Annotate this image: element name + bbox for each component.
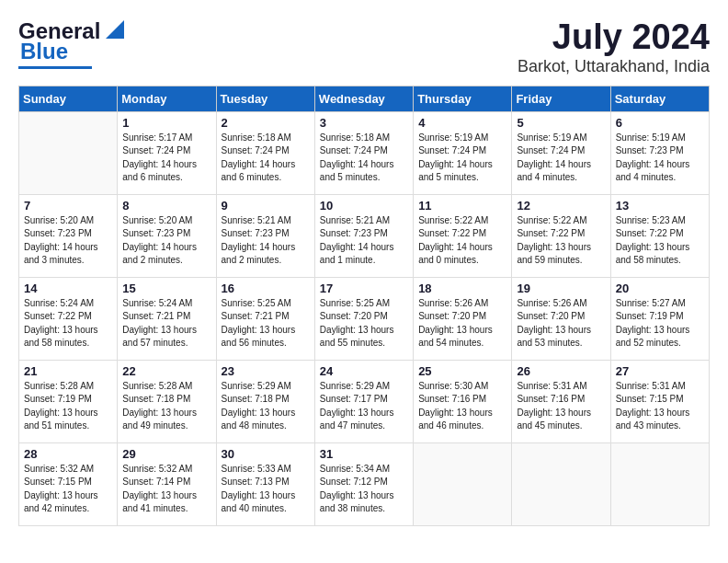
calendar-cell: 26Sunrise: 5:31 AM Sunset: 7:16 PM Dayli… xyxy=(512,360,610,442)
day-info: Sunrise: 5:34 AM Sunset: 7:12 PM Dayligh… xyxy=(320,463,408,516)
day-number: 14 xyxy=(24,282,112,295)
day-info: Sunrise: 5:22 AM Sunset: 7:22 PM Dayligh… xyxy=(517,214,605,268)
calendar-cell: 18Sunrise: 5:26 AM Sunset: 7:20 PM Dayli… xyxy=(414,277,512,360)
day-number: 31 xyxy=(320,447,408,461)
calendar-cell: 22Sunrise: 5:28 AM Sunset: 7:18 PM Dayli… xyxy=(118,360,216,442)
day-info: Sunrise: 5:20 AM Sunset: 7:23 PM Dayligh… xyxy=(24,214,112,268)
day-info: Sunrise: 5:33 AM Sunset: 7:13 PM Dayligh… xyxy=(222,463,310,516)
day-number: 5 xyxy=(517,116,605,130)
calendar-week-4: 21Sunrise: 5:28 AM Sunset: 7:19 PM Dayli… xyxy=(19,360,710,442)
day-info: Sunrise: 5:19 AM Sunset: 7:23 PM Dayligh… xyxy=(616,132,704,185)
day-number: 18 xyxy=(418,282,506,295)
page-header: General Blue July 2024 Barkot, Uttarakha… xyxy=(18,18,710,76)
col-header-saturday: Saturday xyxy=(610,86,709,111)
calendar-cell: 7Sunrise: 5:20 AM Sunset: 7:23 PM Daylig… xyxy=(19,194,118,277)
calendar-cell: 14Sunrise: 5:24 AM Sunset: 7:22 PM Dayli… xyxy=(19,277,118,360)
calendar-cell: 6Sunrise: 5:19 AM Sunset: 7:23 PM Daylig… xyxy=(610,111,709,194)
svg-marker-0 xyxy=(106,20,124,39)
calendar-cell: 28Sunrise: 5:32 AM Sunset: 7:15 PM Dayli… xyxy=(19,442,118,525)
calendar-week-1: 1Sunrise: 5:17 AM Sunset: 7:24 PM Daylig… xyxy=(19,111,710,194)
day-info: Sunrise: 5:27 AM Sunset: 7:19 PM Dayligh… xyxy=(616,297,704,350)
day-number: 22 xyxy=(122,364,210,378)
calendar-week-3: 14Sunrise: 5:24 AM Sunset: 7:22 PM Dayli… xyxy=(19,277,710,360)
day-info: Sunrise: 5:32 AM Sunset: 7:15 PM Dayligh… xyxy=(24,463,112,516)
day-info: Sunrise: 5:26 AM Sunset: 7:20 PM Dayligh… xyxy=(517,297,605,350)
day-number: 29 xyxy=(122,447,210,461)
day-number: 6 xyxy=(616,116,704,130)
col-header-sunday: Sunday xyxy=(19,86,118,111)
calendar-cell: 11Sunrise: 5:22 AM Sunset: 7:22 PM Dayli… xyxy=(414,194,512,277)
calendar-cell xyxy=(610,442,709,525)
day-number: 12 xyxy=(517,199,605,213)
day-info: Sunrise: 5:22 AM Sunset: 7:22 PM Dayligh… xyxy=(418,214,506,268)
day-number: 11 xyxy=(418,199,506,213)
day-number: 7 xyxy=(24,199,112,213)
calendar-cell: 20Sunrise: 5:27 AM Sunset: 7:19 PM Dayli… xyxy=(610,277,709,360)
calendar-cell: 15Sunrise: 5:24 AM Sunset: 7:21 PM Dayli… xyxy=(118,277,216,360)
col-header-friday: Friday xyxy=(512,86,610,111)
day-number: 20 xyxy=(616,282,704,295)
day-number: 4 xyxy=(418,116,506,130)
calendar-cell: 13Sunrise: 5:23 AM Sunset: 7:22 PM Dayli… xyxy=(610,194,709,277)
day-info: Sunrise: 5:26 AM Sunset: 7:20 PM Dayligh… xyxy=(418,297,506,350)
location-title: Barkot, Uttarakhand, India xyxy=(518,57,710,76)
logo-underline xyxy=(18,66,92,69)
col-header-monday: Monday xyxy=(118,86,216,111)
day-info: Sunrise: 5:23 AM Sunset: 7:22 PM Dayligh… xyxy=(616,214,704,268)
day-number: 17 xyxy=(320,282,408,295)
day-number: 15 xyxy=(122,282,210,295)
day-number: 28 xyxy=(24,447,112,461)
day-number: 19 xyxy=(517,282,605,295)
calendar-week-5: 28Sunrise: 5:32 AM Sunset: 7:15 PM Dayli… xyxy=(19,442,710,525)
calendar-cell: 27Sunrise: 5:31 AM Sunset: 7:15 PM Dayli… xyxy=(610,360,709,442)
logo-blue: Blue xyxy=(20,39,68,64)
day-info: Sunrise: 5:21 AM Sunset: 7:23 PM Dayligh… xyxy=(222,214,310,268)
day-info: Sunrise: 5:21 AM Sunset: 7:23 PM Dayligh… xyxy=(320,214,408,268)
day-info: Sunrise: 5:24 AM Sunset: 7:22 PM Dayligh… xyxy=(24,297,112,350)
day-info: Sunrise: 5:30 AM Sunset: 7:16 PM Dayligh… xyxy=(418,380,506,433)
calendar-table: SundayMondayTuesdayWednesdayThursdayFrid… xyxy=(18,86,710,526)
calendar-cell: 31Sunrise: 5:34 AM Sunset: 7:12 PM Dayli… xyxy=(314,442,413,525)
day-info: Sunrise: 5:31 AM Sunset: 7:15 PM Dayligh… xyxy=(616,380,704,433)
col-header-wednesday: Wednesday xyxy=(314,86,413,111)
day-number: 25 xyxy=(418,364,506,378)
day-info: Sunrise: 5:29 AM Sunset: 7:18 PM Dayligh… xyxy=(222,380,310,433)
day-info: Sunrise: 5:20 AM Sunset: 7:23 PM Dayligh… xyxy=(122,214,210,268)
calendar-cell xyxy=(512,442,610,525)
day-info: Sunrise: 5:24 AM Sunset: 7:21 PM Dayligh… xyxy=(122,297,210,350)
calendar-cell: 12Sunrise: 5:22 AM Sunset: 7:22 PM Dayli… xyxy=(512,194,610,277)
calendar-cell: 1Sunrise: 5:17 AM Sunset: 7:24 PM Daylig… xyxy=(118,111,216,194)
day-number: 9 xyxy=(222,199,310,213)
calendar-header-row: SundayMondayTuesdayWednesdayThursdayFrid… xyxy=(19,86,710,111)
col-header-tuesday: Tuesday xyxy=(216,86,314,111)
day-info: Sunrise: 5:29 AM Sunset: 7:17 PM Dayligh… xyxy=(320,380,408,433)
day-number: 16 xyxy=(222,282,310,295)
day-info: Sunrise: 5:17 AM Sunset: 7:24 PM Dayligh… xyxy=(122,132,210,185)
day-number: 1 xyxy=(122,116,210,130)
calendar-cell: 30Sunrise: 5:33 AM Sunset: 7:13 PM Dayli… xyxy=(216,442,314,525)
logo: General Blue xyxy=(18,18,128,69)
logo-arrow-icon xyxy=(102,17,128,42)
title-block: July 2024 Barkot, Uttarakhand, India xyxy=(518,18,710,76)
calendar-cell: 4Sunrise: 5:19 AM Sunset: 7:24 PM Daylig… xyxy=(414,111,512,194)
day-info: Sunrise: 5:28 AM Sunset: 7:18 PM Dayligh… xyxy=(122,380,210,433)
calendar-week-2: 7Sunrise: 5:20 AM Sunset: 7:23 PM Daylig… xyxy=(19,194,710,277)
day-number: 30 xyxy=(222,447,310,461)
calendar-cell: 10Sunrise: 5:21 AM Sunset: 7:23 PM Dayli… xyxy=(314,194,413,277)
day-info: Sunrise: 5:19 AM Sunset: 7:24 PM Dayligh… xyxy=(517,132,605,185)
day-info: Sunrise: 5:19 AM Sunset: 7:24 PM Dayligh… xyxy=(418,132,506,185)
calendar-cell: 16Sunrise: 5:25 AM Sunset: 7:21 PM Dayli… xyxy=(216,277,314,360)
calendar-cell: 5Sunrise: 5:19 AM Sunset: 7:24 PM Daylig… xyxy=(512,111,610,194)
day-info: Sunrise: 5:32 AM Sunset: 7:14 PM Dayligh… xyxy=(122,463,210,516)
day-info: Sunrise: 5:18 AM Sunset: 7:24 PM Dayligh… xyxy=(222,132,310,185)
day-number: 23 xyxy=(222,364,310,378)
month-title: July 2024 xyxy=(518,18,710,57)
day-number: 2 xyxy=(222,116,310,130)
day-info: Sunrise: 5:25 AM Sunset: 7:20 PM Dayligh… xyxy=(320,297,408,350)
calendar-cell: 24Sunrise: 5:29 AM Sunset: 7:17 PM Dayli… xyxy=(314,360,413,442)
day-number: 3 xyxy=(320,116,408,130)
day-number: 10 xyxy=(320,199,408,213)
calendar-cell: 23Sunrise: 5:29 AM Sunset: 7:18 PM Dayli… xyxy=(216,360,314,442)
calendar-cell: 21Sunrise: 5:28 AM Sunset: 7:19 PM Dayli… xyxy=(19,360,118,442)
day-info: Sunrise: 5:28 AM Sunset: 7:19 PM Dayligh… xyxy=(24,380,112,433)
